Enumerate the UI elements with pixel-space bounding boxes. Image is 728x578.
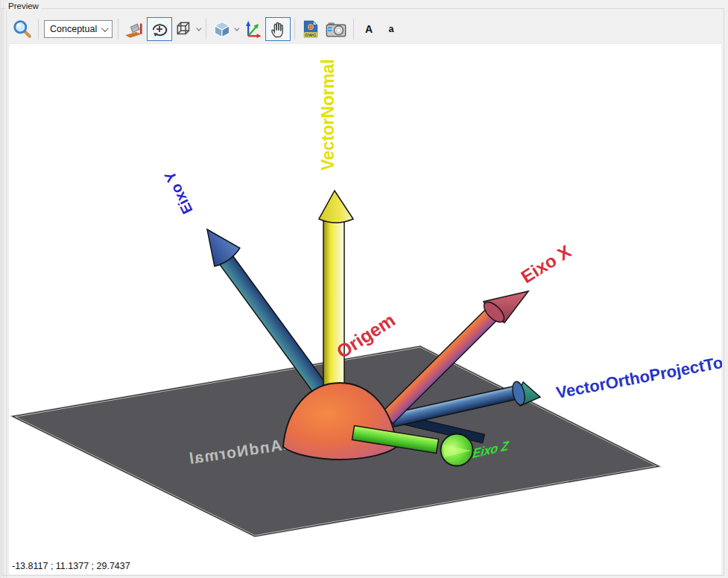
magnifier-icon — [13, 19, 32, 39]
toolbar-separator — [38, 19, 39, 39]
chevron-down-icon — [196, 25, 201, 31]
cube-views-button[interactable] — [172, 17, 202, 41]
label-vector-normal: VectorNormal — [318, 59, 338, 171]
3d-viewport[interactable]: OriginAndNormal VectorNormal Eix — [8, 43, 721, 574]
status-coordinates: -13.8117 ; 11.1377 ; 29.7437 — [12, 561, 130, 571]
pan-toggle[interactable] — [265, 17, 291, 41]
panel-title: Preview — [6, 1, 41, 10]
visual-style-dropdown[interactable]: Conceptual — [44, 20, 113, 38]
text-style-large-button[interactable]: A — [358, 17, 380, 41]
window-edge-line — [0, 0, 1, 578]
toolbar-separator — [118, 19, 118, 39]
iso-cube-icon — [212, 19, 232, 39]
rotate-orbit-icon — [149, 19, 170, 39]
visual-style-value: Conceptual — [50, 24, 97, 34]
dwg-badge-text: DWG — [306, 33, 317, 37]
dwg-file-icon: DWG — [301, 19, 320, 39]
text-style-small-button[interactable]: a — [380, 17, 402, 41]
wireframe-cube-icon — [174, 19, 194, 39]
snapshot-button[interactable] — [323, 17, 349, 41]
axes-triad-icon — [242, 19, 263, 39]
toolbar-separator — [206, 19, 206, 39]
save-dwg-button[interactable]: DWG — [299, 17, 323, 41]
zoom-button[interactable] — [10, 17, 34, 41]
arrow-eixo-y — [207, 229, 326, 393]
chevron-down-icon — [234, 25, 239, 31]
camera-icon — [325, 19, 347, 39]
paint-brush-icon — [124, 19, 145, 39]
chevron-down-icon — [101, 25, 109, 32]
3d-scene: OriginAndNormal VectorNormal Eix — [9, 44, 722, 556]
label-eixo-x: Eixo X — [517, 241, 575, 287]
shade-button[interactable] — [122, 17, 147, 41]
ucs-axes-button[interactable] — [240, 17, 265, 41]
toolbar-separator — [294, 19, 295, 39]
label-eixo-y: Eixo Y — [161, 168, 196, 217]
label-vector-ortho-project-to: VectorOrthoProjectTo — [554, 353, 722, 402]
orbit-toggle[interactable] — [147, 17, 172, 41]
hand-icon — [268, 19, 288, 39]
toolbar-separator — [353, 19, 354, 39]
preview-toolbar: Conceptual — [10, 16, 402, 42]
view-presets-button[interactable] — [210, 17, 240, 41]
